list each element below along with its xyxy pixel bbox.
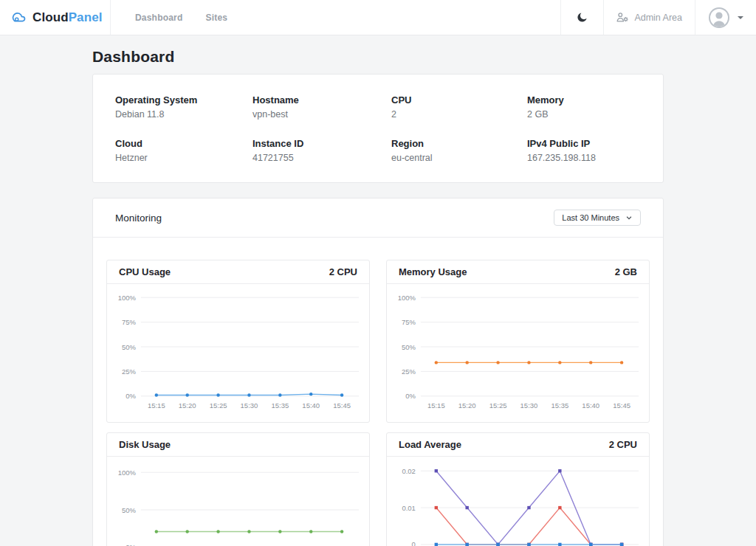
svg-text:50%: 50% bbox=[122, 343, 137, 351]
load-average-chart: 0.020.010 bbox=[387, 457, 649, 546]
navbar: CloudPanel Dashboard Sites Admin bbox=[0, 0, 756, 35]
chart-title: CPU Usage bbox=[119, 266, 171, 277]
brand-name: CloudPanel bbox=[32, 10, 103, 25]
svg-text:15:30: 15:30 bbox=[520, 401, 538, 410]
memory-usage-chart: 100%75%50%25%0%15:1515:2015:2515:3015:35… bbox=[387, 284, 649, 422]
svg-text:100%: 100% bbox=[118, 294, 137, 302]
monitoring-card: Monitoring Last 30 Minutes CPU Usage 2 C… bbox=[92, 198, 664, 546]
cpu-usage-chart-card: CPU Usage 2 CPU 100%75%50%25%0%15:1515:2… bbox=[106, 260, 370, 423]
svg-text:15:40: 15:40 bbox=[302, 401, 320, 410]
svg-text:50%: 50% bbox=[122, 506, 137, 514]
admin-area-label: Admin Area bbox=[634, 13, 682, 23]
chart-header: CPU Usage 2 CPU bbox=[107, 260, 369, 284]
caret-down-icon bbox=[738, 16, 743, 19]
chart-header: Load Average 2 CPU bbox=[387, 433, 649, 457]
info-field-cloud: Cloud Hetzner bbox=[115, 138, 252, 163]
svg-text:15:35: 15:35 bbox=[271, 401, 289, 410]
time-range-value: Last 30 Minutes bbox=[562, 213, 619, 222]
svg-text:15:15: 15:15 bbox=[427, 401, 445, 410]
svg-text:25%: 25% bbox=[122, 367, 137, 376]
svg-text:15:25: 15:25 bbox=[489, 401, 507, 410]
svg-text:15:40: 15:40 bbox=[582, 401, 599, 410]
info-field-memory: Memory 2 GB bbox=[527, 94, 641, 120]
page-title: Dashboard bbox=[92, 48, 664, 66]
chevron-down-icon bbox=[625, 214, 633, 221]
svg-text:0%: 0% bbox=[126, 543, 136, 546]
info-field-instance-id: Instance ID 41721755 bbox=[252, 138, 391, 163]
navbar-right: Admin Area bbox=[560, 0, 756, 35]
chart-right-label: 2 CPU bbox=[609, 439, 637, 450]
disk-usage-chart: 100%50%0% bbox=[107, 457, 369, 546]
chart-right-label: 2 GB bbox=[615, 266, 637, 277]
moon-icon bbox=[576, 11, 588, 24]
charts-grid: CPU Usage 2 CPU 100%75%50%25%0%15:1515:2… bbox=[93, 238, 663, 546]
svg-text:0: 0 bbox=[412, 540, 416, 546]
svg-text:75%: 75% bbox=[122, 318, 137, 326]
svg-text:75%: 75% bbox=[402, 318, 416, 326]
admin-area-button[interactable]: Admin Area bbox=[603, 0, 695, 35]
chart-body: 0.020.010 bbox=[387, 457, 649, 546]
server-info-grid: Operating System Debian 11.8 Hostname vp… bbox=[115, 94, 641, 163]
svg-text:25%: 25% bbox=[402, 367, 416, 376]
svg-text:15:15: 15:15 bbox=[148, 401, 165, 410]
monitoring-title: Monitoring bbox=[115, 212, 162, 224]
svg-text:0.01: 0.01 bbox=[402, 504, 415, 512]
info-field-region: Region eu-central bbox=[391, 138, 527, 163]
svg-text:15:20: 15:20 bbox=[179, 401, 196, 410]
chart-body: 100%75%50%25%0%15:1515:2015:2515:3015:35… bbox=[107, 284, 369, 422]
server-info-card: Operating System Debian 11.8 Hostname vp… bbox=[92, 74, 664, 183]
time-range-select[interactable]: Last 30 Minutes bbox=[554, 210, 641, 226]
user-menu[interactable] bbox=[695, 0, 756, 35]
info-field-cpu: CPU 2 bbox=[391, 94, 527, 120]
svg-text:15:20: 15:20 bbox=[458, 401, 476, 410]
avatar bbox=[708, 7, 730, 29]
svg-text:0%: 0% bbox=[405, 392, 416, 400]
svg-text:100%: 100% bbox=[398, 294, 416, 302]
svg-text:15:30: 15:30 bbox=[241, 401, 258, 410]
cloud-logo-icon bbox=[10, 10, 27, 26]
svg-text:100%: 100% bbox=[118, 469, 137, 477]
brand-logo[interactable]: CloudPanel bbox=[0, 0, 111, 35]
main-nav: Dashboard Sites bbox=[111, 0, 227, 35]
dark-mode-toggle[interactable] bbox=[560, 0, 603, 35]
chart-header: Memory Usage 2 GB bbox=[387, 260, 649, 284]
main-content: Dashboard Operating System Debian 11.8 H… bbox=[92, 48, 664, 546]
svg-text:0.02: 0.02 bbox=[402, 467, 415, 475]
disk-usage-chart-card: Disk Usage 100%50%0% bbox=[106, 432, 370, 546]
svg-text:0%: 0% bbox=[126, 392, 136, 400]
chart-body: 100%75%50%25%0%15:1515:2015:2515:3015:35… bbox=[387, 284, 649, 422]
load-average-chart-card: Load Average 2 CPU 0.020.010 bbox=[386, 432, 650, 546]
nav-link-sites[interactable]: Sites bbox=[205, 13, 227, 23]
memory-usage-chart-card: Memory Usage 2 GB 100%75%50%25%0%15:1515… bbox=[386, 260, 650, 423]
svg-text:15:25: 15:25 bbox=[210, 401, 227, 410]
svg-text:15:35: 15:35 bbox=[551, 401, 568, 410]
svg-text:50%: 50% bbox=[402, 343, 416, 351]
svg-text:15:45: 15:45 bbox=[333, 401, 351, 410]
monitoring-header: Monitoring Last 30 Minutes bbox=[93, 198, 663, 238]
svg-text:15:45: 15:45 bbox=[613, 401, 630, 410]
chart-header: Disk Usage bbox=[107, 433, 369, 457]
nav-link-dashboard[interactable]: Dashboard bbox=[135, 13, 182, 23]
chart-title: Disk Usage bbox=[119, 439, 171, 450]
info-field-hostname: Hostname vpn-best bbox=[252, 94, 391, 120]
chart-title: Memory Usage bbox=[399, 266, 467, 277]
info-field-ipv4-public-ip: IPv4 Public IP 167.235.198.118 bbox=[527, 138, 641, 163]
chart-title: Load Average bbox=[399, 439, 461, 450]
chart-body: 100%50%0% bbox=[107, 457, 369, 546]
chart-right-label: 2 CPU bbox=[329, 266, 357, 277]
admin-area-icon bbox=[616, 12, 629, 23]
info-field-operating-system: Operating System Debian 11.8 bbox=[115, 94, 252, 120]
cpu-usage-chart: 100%75%50%25%0%15:1515:2015:2515:3015:35… bbox=[107, 284, 369, 422]
